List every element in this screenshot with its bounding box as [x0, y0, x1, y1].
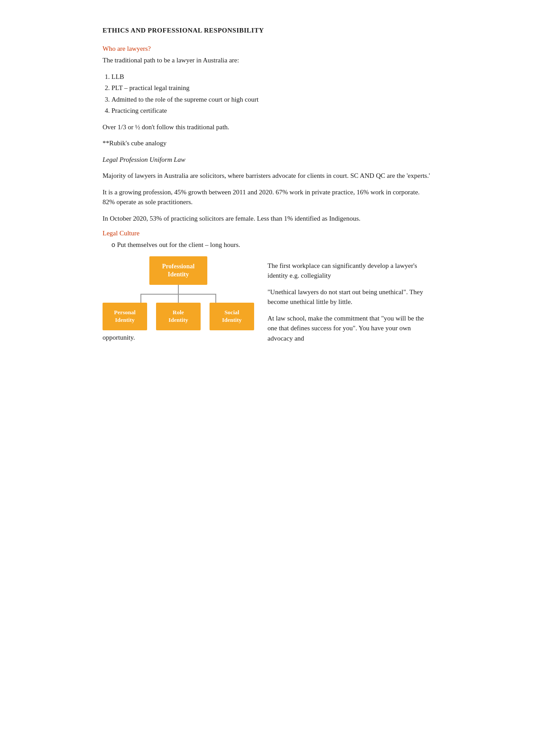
legal-profession-uniform-law: Legal Profession Uniform Law	[103, 155, 432, 165]
personal-identity-box: Personal Identity	[103, 303, 147, 330]
path-list: LLB PLT – practical legal training Admit…	[111, 72, 432, 116]
growth-stats-text: It is a growing profession, 45% growth b…	[103, 187, 432, 207]
rubik-note: **Rubik's cube analogy	[103, 138, 432, 148]
org-chart: Professional Identity Personal Identity …	[103, 256, 254, 330]
demographics-text: In October 2020, 53% of practicing solic…	[103, 214, 432, 224]
vertical-line-left	[140, 294, 141, 303]
role-identity-box: Role Identity	[156, 303, 201, 330]
list-item: Admitted to the role of the supreme cour…	[111, 94, 432, 105]
legal-culture-list: Put themselves out for the client – long…	[111, 240, 432, 250]
note-traditional-path: Over 1/3 or ½ don't follow this traditio…	[103, 122, 432, 132]
vertical-line-right	[215, 294, 216, 303]
top-box-wrapper: Professional Identity	[103, 256, 254, 285]
section-heading-lawyers: Who are lawyers?	[103, 45, 432, 53]
section-heading-legal-culture: Legal Culture	[103, 230, 432, 237]
page-title: ETHICS AND PROFESSIONAL RESPONSIBILITY	[103, 27, 432, 34]
diagram-section: Professional Identity Personal Identity …	[103, 256, 432, 350]
bottom-boxes-row: Personal Identity Role Identity Social I…	[103, 303, 254, 330]
professional-identity-box: Professional Identity	[149, 256, 207, 285]
vertical-line-center	[178, 294, 179, 303]
list-item: PLT – practical legal training	[111, 83, 432, 93]
org-chart-container: Professional Identity Personal Identity …	[103, 256, 254, 341]
workplace-identity-text: The first workplace can significantly de…	[268, 261, 432, 281]
unethical-lawyers-text: "Unethical lawyers do not start out bein…	[268, 287, 432, 307]
connector-area	[103, 285, 254, 303]
solicitors-barristers-text: Majority of lawyers in Australia are sol…	[103, 171, 432, 181]
bullet-item: Put themselves out for the client – long…	[111, 240, 432, 250]
law-school-commitment-text: At law school, make the commitment that …	[268, 313, 432, 344]
intro-text: The traditional path to be a lawyer in A…	[103, 55, 432, 66]
opportunity-text: opportunity.	[103, 334, 254, 341]
diagram-right-text: The first workplace can significantly de…	[268, 256, 432, 350]
list-item: LLB	[111, 72, 432, 82]
social-identity-box: Social Identity	[210, 303, 254, 330]
list-item: Practicing certificate	[111, 106, 432, 116]
vertical-line-top	[178, 285, 179, 295]
